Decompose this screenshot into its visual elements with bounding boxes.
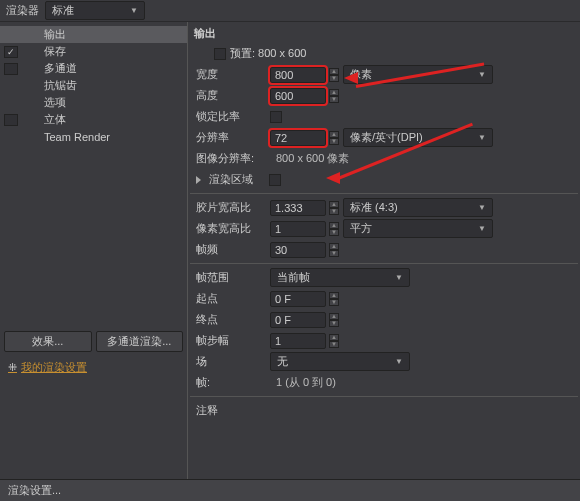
renderer-value: 标准: [52, 3, 74, 18]
preset-row: 预置: 800 x 600: [190, 43, 578, 64]
main-container: 输出 保存 多通道 抗锯齿 选项 立体: [0, 22, 580, 479]
image-resolution-label: 图像分辨率:: [196, 151, 266, 166]
tree-item-save[interactable]: 保存: [0, 43, 187, 60]
height-spinner[interactable]: ▲▼: [329, 89, 339, 103]
film-ratio-preset-dropdown[interactable]: 标准 (4:3)▼: [343, 198, 493, 217]
pixel-ratio-spinner[interactable]: ▲▼: [329, 222, 339, 236]
height-label: 高度: [196, 88, 266, 103]
preset-label: 预置: 800 x 600: [230, 46, 306, 61]
film-ratio-row: 胶片宽高比 1.333 ▲▼ 标准 (4:3)▼: [190, 197, 578, 218]
render-region-checkbox[interactable]: [269, 174, 281, 186]
frames-row: 帧: 1 (从 0 到 0): [190, 372, 578, 393]
render-region-label: 渲染区域: [209, 172, 265, 187]
fps-label: 帧频: [196, 242, 266, 257]
checkbox-multipass[interactable]: [4, 63, 18, 75]
lockratio-checkbox[interactable]: [270, 111, 282, 123]
chevron-down-icon: ▼: [478, 133, 486, 142]
pixel-ratio-label: 像素宽高比: [196, 221, 266, 236]
film-ratio-input[interactable]: 1.333: [270, 200, 326, 216]
notes-row: 注释: [190, 400, 578, 421]
pixel-ratio-preset-dropdown[interactable]: 平方▼: [343, 219, 493, 238]
chevron-down-icon: ▼: [478, 70, 486, 79]
fps-input[interactable]: 30: [270, 242, 326, 258]
end-spinner[interactable]: ▲▼: [329, 313, 339, 327]
end-input[interactable]: 0 F: [270, 312, 326, 328]
tree-item-multipass[interactable]: 多通道: [0, 60, 187, 77]
chevron-down-icon: ▼: [395, 273, 403, 282]
end-label: 终点: [196, 312, 266, 327]
bottom-bar: 渲染设置...: [0, 479, 580, 501]
width-label: 宽度: [196, 67, 266, 82]
preset-checkbox[interactable]: [214, 48, 226, 60]
pixel-ratio-input[interactable]: 1: [270, 221, 326, 237]
tree-item-aa[interactable]: 抗锯齿: [0, 77, 187, 94]
chevron-down-icon: ▼: [395, 357, 403, 366]
fps-row: 帧频 30 ▲▼: [190, 239, 578, 260]
field-label: 场: [196, 354, 266, 369]
tree-item-teamrender[interactable]: Team Render: [0, 128, 187, 145]
annotation-arrow-head: [344, 72, 358, 84]
output-header: 输出: [190, 24, 578, 43]
resolution-input[interactable]: 72: [270, 130, 326, 146]
start-input[interactable]: 0 F: [270, 291, 326, 307]
resolution-row: 分辨率 72 ▲▼ 像素/英寸(DPI)▼: [190, 127, 578, 148]
height-input[interactable]: 600: [270, 88, 326, 104]
chevron-down-icon: ▼: [130, 6, 138, 15]
end-row: 终点 0 F ▲▼: [190, 309, 578, 330]
renderer-label: 渲染器: [6, 3, 39, 18]
lockratio-label: 锁定比率: [196, 109, 266, 124]
target-icon: ⁜: [8, 361, 17, 374]
render-settings-label[interactable]: 渲染设置...: [8, 483, 61, 498]
tree-item-options[interactable]: 选项: [0, 94, 187, 111]
step-input[interactable]: 1: [270, 333, 326, 349]
film-ratio-label: 胶片宽高比: [196, 200, 266, 215]
chevron-down-icon: ▼: [478, 203, 486, 212]
step-spinner[interactable]: ▲▼: [329, 334, 339, 348]
resolution-label: 分辨率: [196, 130, 266, 145]
lockratio-row: 锁定比率: [190, 106, 578, 127]
render-region-row: 渲染区域: [190, 169, 578, 190]
image-resolution-value: 800 x 600 像素: [270, 151, 349, 166]
notes-label: 注释: [196, 403, 266, 418]
collapse-triangle-icon[interactable]: [196, 176, 201, 184]
step-row: 帧步幅 1 ▲▼: [190, 330, 578, 351]
annotation-arrow-head: [326, 172, 340, 184]
height-row: 高度 600 ▲▼: [190, 85, 578, 106]
tree-item-output[interactable]: 输出: [0, 26, 187, 43]
my-render-settings[interactable]: ⁜ 我的渲染设置: [0, 356, 187, 379]
top-bar: 渲染器 标准 ▼: [0, 0, 580, 22]
width-input[interactable]: 800: [270, 67, 326, 83]
effects-button[interactable]: 效果...: [4, 331, 92, 352]
right-pane: 输出 预置: 800 x 600 宽度 800 ▲▼ 像素▼ 高度 600 ▲▼…: [188, 22, 580, 479]
left-button-row: 效果... 多通道渲染...: [0, 327, 187, 356]
framerange-row: 帧范围 当前帧▼: [190, 267, 578, 288]
start-row: 起点 0 F ▲▼: [190, 288, 578, 309]
frames-value: 1 (从 0 到 0): [270, 375, 336, 390]
chevron-down-icon: ▼: [478, 224, 486, 233]
separator: [190, 396, 578, 397]
framerange-label: 帧范围: [196, 270, 266, 285]
multipass-button[interactable]: 多通道渲染...: [96, 331, 184, 352]
left-pane: 输出 保存 多通道 抗锯齿 选项 立体: [0, 22, 188, 479]
fps-spinner[interactable]: ▲▼: [329, 243, 339, 257]
renderer-dropdown[interactable]: 标准 ▼: [45, 1, 145, 20]
tree-item-stereo[interactable]: 立体: [0, 111, 187, 128]
width-spinner[interactable]: ▲▼: [329, 68, 339, 82]
step-label: 帧步幅: [196, 333, 266, 348]
framerange-dropdown[interactable]: 当前帧▼: [270, 268, 410, 287]
pixel-ratio-row: 像素宽高比 1 ▲▼ 平方▼: [190, 218, 578, 239]
start-spinner[interactable]: ▲▼: [329, 292, 339, 306]
checkbox-stereo[interactable]: [4, 114, 18, 126]
resolution-spinner[interactable]: ▲▼: [329, 131, 339, 145]
separator: [190, 193, 578, 194]
frames-label: 帧:: [196, 375, 266, 390]
checkbox-save[interactable]: [4, 46, 18, 58]
field-dropdown[interactable]: 无▼: [270, 352, 410, 371]
settings-tree: 输出 保存 多通道 抗锯齿 选项 立体: [0, 26, 187, 327]
field-row: 场 无▼: [190, 351, 578, 372]
film-ratio-spinner[interactable]: ▲▼: [329, 201, 339, 215]
start-label: 起点: [196, 291, 266, 306]
separator: [190, 263, 578, 264]
